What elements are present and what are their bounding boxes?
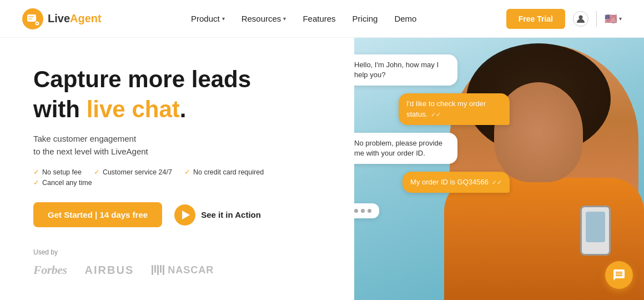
chat-widget-icon bbox=[612, 268, 626, 282]
headline-line2: with live chat. bbox=[33, 96, 332, 123]
chat-messages: Hello, I'm John, how may I help you? I'd… bbox=[354, 54, 510, 221]
nav-divider bbox=[596, 11, 597, 27]
svg-rect-1 bbox=[27, 14, 36, 22]
chat-widget-button[interactable] bbox=[605, 261, 633, 289]
product-chevron-icon: ▾ bbox=[222, 16, 225, 22]
chat-message-3: No problem, please provide me with your … bbox=[354, 133, 510, 164]
cta-row: Get Started | 14 days free See it in Act… bbox=[33, 202, 332, 227]
agent-bubble-1: Hello, I'm John, how may I help you? bbox=[354, 54, 457, 86]
headline-period: . bbox=[180, 96, 187, 122]
typing-dot-3 bbox=[368, 209, 371, 213]
main-content: Capture more leads with live chat. Take … bbox=[0, 38, 644, 300]
nascar-stripes-icon bbox=[152, 265, 164, 275]
subheadline: Take customer engagement to the next lev… bbox=[33, 133, 332, 158]
headline-prefix: with bbox=[33, 96, 87, 122]
resources-chevron-icon: ▾ bbox=[283, 16, 286, 22]
free-trial-button[interactable]: Free Trial bbox=[506, 9, 565, 29]
feature-cancel: ✓ Cancel any time bbox=[33, 178, 92, 187]
chat-message-1: Hello, I'm John, how may I help you? bbox=[354, 54, 510, 86]
chat-message-4: My order ID is GQ34566✓✓ bbox=[354, 172, 510, 193]
logo[interactable]: LiveAgent bbox=[22, 8, 102, 29]
feature-customer-service: ✓ Customer service 24/7 bbox=[94, 168, 172, 176]
used-by-label: Used by bbox=[33, 248, 332, 256]
headline-orange-text: live chat bbox=[87, 96, 180, 122]
agent-bubble-2: No problem, please provide me with your … bbox=[354, 133, 457, 164]
get-started-button[interactable]: Get Started | 14 days free bbox=[33, 202, 162, 227]
user-bubble-2: My order ID is GQ34566✓✓ bbox=[402, 172, 510, 193]
features-list: ✓ No setup fee ✓ Customer service 24/7 ✓… bbox=[33, 168, 332, 187]
read-receipt-icon: ✓✓ bbox=[431, 111, 441, 118]
see-action-button[interactable]: See it in Action bbox=[174, 204, 261, 226]
user-account-icon[interactable] bbox=[573, 11, 588, 27]
read-receipt-icon-2: ✓✓ bbox=[492, 179, 502, 186]
brand-nascar: NASCAR bbox=[152, 264, 214, 276]
language-chevron-icon: ▾ bbox=[619, 16, 622, 22]
feature-no-setup: ✓ No setup fee bbox=[33, 168, 82, 176]
headline-line1: Capture more leads bbox=[33, 66, 332, 93]
typing-dot-2 bbox=[361, 209, 365, 213]
nav-resources[interactable]: Resources ▾ bbox=[242, 14, 286, 23]
main-nav: Product ▾ Resources ▾ Features Pricing D… bbox=[191, 14, 416, 23]
svg-point-6 bbox=[578, 15, 582, 19]
used-by-section: Used by Forbes AIRBUS NASCAR bbox=[33, 248, 332, 277]
phone bbox=[580, 206, 611, 256]
logo-icon bbox=[22, 8, 43, 29]
brands-list: Forbes AIRBUS NASCAR bbox=[33, 263, 332, 277]
nav-actions: Free Trial 🇺🇸 ▾ bbox=[506, 9, 622, 29]
nav-demo[interactable]: Demo bbox=[394, 14, 416, 23]
typing-indicator bbox=[354, 201, 510, 221]
see-action-label: See it in Action bbox=[201, 210, 261, 219]
svg-rect-2 bbox=[28, 16, 34, 17]
typing-dot-1 bbox=[354, 209, 358, 213]
hero-left: Capture more leads with live chat. Take … bbox=[0, 38, 354, 300]
svg-rect-3 bbox=[28, 18, 32, 19]
chat-message-2: I'd like to check my order status.✓✓ bbox=[354, 93, 510, 124]
brand-forbes: Forbes bbox=[33, 263, 67, 277]
nav-features[interactable]: Features bbox=[303, 14, 335, 23]
play-icon bbox=[182, 211, 190, 219]
feature-no-credit-card: ✓ No credit card required bbox=[184, 168, 264, 176]
language-selector[interactable]: 🇺🇸 ▾ bbox=[605, 13, 622, 25]
typing-dots bbox=[354, 203, 379, 218]
hero-right: Hello, I'm John, how may I help you? I'd… bbox=[354, 38, 644, 300]
nav-product[interactable]: Product ▾ bbox=[191, 14, 225, 23]
play-button[interactable] bbox=[174, 204, 195, 226]
header: LiveAgent Product ▾ Resources ▾ Features… bbox=[0, 0, 644, 38]
brand-airbus: AIRBUS bbox=[85, 264, 134, 277]
nav-pricing[interactable]: Pricing bbox=[353, 14, 378, 23]
user-bubble-1: I'd like to check my order status.✓✓ bbox=[399, 93, 510, 124]
